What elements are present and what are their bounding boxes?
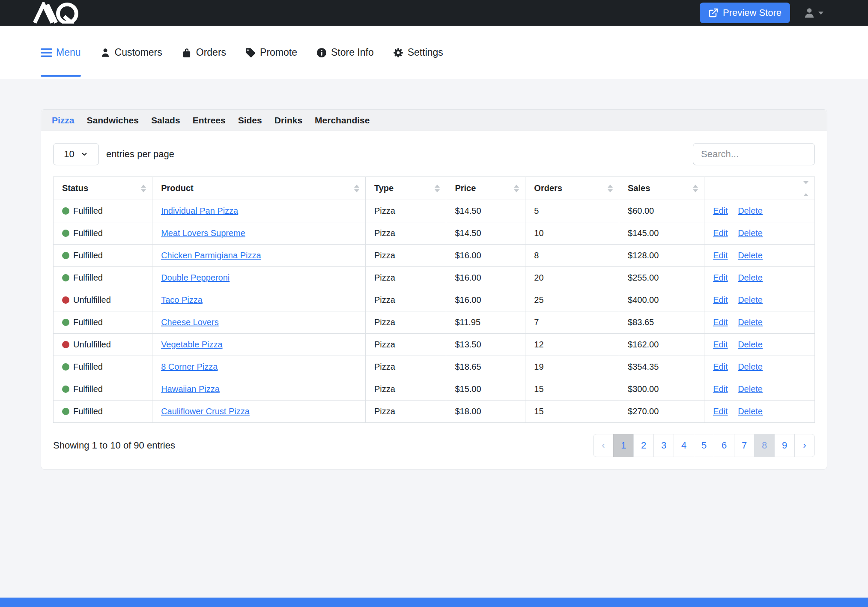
type-cell: Pizza bbox=[365, 245, 446, 267]
pagination-page-7[interactable]: 7 bbox=[734, 434, 755, 457]
table-body: Fulfilled Individual Pan Pizza Pizza $14… bbox=[54, 200, 815, 423]
column-header-price[interactable]: Price bbox=[446, 177, 525, 200]
product-link[interactable]: 8 Corner Pizza bbox=[161, 362, 218, 371]
sort-icon bbox=[354, 185, 359, 192]
edit-link[interactable]: Edit bbox=[713, 273, 728, 282]
pagination-next[interactable]: › bbox=[794, 434, 815, 457]
pagination-page-2[interactable]: 2 bbox=[633, 434, 654, 457]
tab-sides[interactable]: Sides bbox=[238, 115, 262, 126]
product-link[interactable]: Cauliflower Crust Pizza bbox=[161, 407, 250, 416]
pagination-page-1[interactable]: 1 bbox=[613, 434, 634, 457]
type-cell: Pizza bbox=[365, 267, 446, 289]
edit-link[interactable]: Edit bbox=[713, 206, 728, 215]
product-link[interactable]: Hawaiian Pizza bbox=[161, 384, 220, 394]
nav-item-customers[interactable]: Customers bbox=[100, 26, 162, 79]
bag-icon bbox=[181, 47, 192, 58]
gear-icon bbox=[393, 47, 404, 58]
price-cell: $13.50 bbox=[446, 334, 525, 356]
tab-sandwiches[interactable]: Sandwiches bbox=[87, 115, 139, 126]
delete-link[interactable]: Delete bbox=[738, 407, 763, 416]
product-link[interactable]: Double Pepperoni bbox=[161, 273, 230, 282]
pagination-page-8[interactable]: 8 bbox=[754, 434, 775, 457]
sort-icon bbox=[435, 185, 440, 192]
pagination-prev[interactable]: ‹ bbox=[593, 434, 614, 457]
preview-store-button[interactable]: Preview Store bbox=[700, 3, 790, 23]
delete-link[interactable]: Delete bbox=[738, 384, 763, 394]
actions-cell: Edit Delete bbox=[704, 245, 815, 267]
pagination-page-9[interactable]: 9 bbox=[774, 434, 795, 457]
tab-merchandise[interactable]: Merchandise bbox=[315, 115, 370, 126]
product-link[interactable]: Vegetable Pizza bbox=[161, 340, 222, 349]
product-link[interactable]: Individual Pan Pizza bbox=[161, 206, 238, 215]
status-dot-icon bbox=[62, 274, 69, 281]
nav-label-settings: Settings bbox=[408, 47, 443, 58]
column-header-actions[interactable] bbox=[704, 177, 815, 200]
search-input[interactable] bbox=[693, 143, 815, 165]
nav-item-store-info[interactable]: Store Info bbox=[316, 26, 374, 79]
nav-item-menu[interactable]: Menu bbox=[41, 26, 81, 79]
column-header-orders[interactable]: Orders bbox=[525, 177, 619, 200]
delete-link[interactable]: Delete bbox=[738, 317, 763, 327]
delete-link[interactable]: Delete bbox=[738, 273, 763, 282]
pagination-page-5[interactable]: 5 bbox=[694, 434, 714, 457]
price-cell: $15.00 bbox=[446, 378, 525, 401]
product-link[interactable]: Cheese Lovers bbox=[161, 317, 219, 327]
chevron-down-icon bbox=[81, 150, 88, 158]
delete-link[interactable]: Delete bbox=[738, 295, 763, 305]
edit-link[interactable]: Edit bbox=[713, 407, 728, 416]
actions-cell: Edit Delete bbox=[704, 334, 815, 356]
column-header-sales[interactable]: Sales bbox=[619, 177, 704, 200]
orders-cell: 15 bbox=[525, 378, 619, 401]
edit-link[interactable]: Edit bbox=[713, 317, 728, 327]
column-label: Price bbox=[455, 183, 476, 193]
nav-item-promote[interactable]: Promote bbox=[245, 26, 297, 79]
delete-link[interactable]: Delete bbox=[738, 206, 763, 215]
edit-link[interactable]: Edit bbox=[713, 228, 728, 238]
type-cell: Pizza bbox=[365, 222, 446, 245]
user-menu[interactable] bbox=[803, 6, 823, 19]
status-dot-icon bbox=[62, 230, 69, 237]
product-cell: Cheese Lovers bbox=[152, 311, 366, 334]
edit-link[interactable]: Edit bbox=[713, 251, 728, 260]
status-label: Unfulfilled bbox=[73, 340, 111, 349]
product-cell: 8 Corner Pizza bbox=[152, 356, 366, 378]
nav-item-settings[interactable]: Settings bbox=[393, 26, 443, 79]
delete-link[interactable]: Delete bbox=[738, 228, 763, 238]
delete-link[interactable]: Delete bbox=[738, 251, 763, 260]
edit-link[interactable]: Edit bbox=[713, 340, 728, 349]
pagination-page-6[interactable]: 6 bbox=[714, 434, 734, 457]
hamburger-icon bbox=[41, 48, 52, 57]
product-link[interactable]: Chicken Parmigiana Pizza bbox=[161, 251, 261, 260]
tab-salads[interactable]: Salads bbox=[151, 115, 180, 126]
product-link[interactable]: Taco Pizza bbox=[161, 295, 203, 305]
delete-link[interactable]: Delete bbox=[738, 340, 763, 349]
column-header-status[interactable]: Status bbox=[54, 177, 152, 200]
entries-per-page-select[interactable]: 10 bbox=[53, 143, 99, 165]
external-link-icon bbox=[708, 8, 719, 18]
column-label: Sales bbox=[628, 183, 650, 193]
topbar-right: Preview Store bbox=[700, 3, 823, 23]
card-body: 10 entries per page Status bbox=[41, 131, 827, 469]
column-header-product[interactable]: Product bbox=[152, 177, 366, 200]
tab-pizza[interactable]: Pizza bbox=[52, 115, 75, 126]
tab-drinks[interactable]: Drinks bbox=[274, 115, 302, 126]
product-link[interactable]: Meat Lovers Supreme bbox=[161, 228, 245, 238]
column-header-type[interactable]: Type bbox=[365, 177, 446, 200]
nav-item-orders[interactable]: Orders bbox=[181, 26, 226, 79]
status-label: Fulfilled bbox=[73, 251, 103, 260]
sales-cell: $83.65 bbox=[619, 311, 704, 334]
tab-entrees[interactable]: Entrees bbox=[193, 115, 226, 126]
sort-icon bbox=[141, 185, 146, 192]
delete-link[interactable]: Delete bbox=[738, 362, 763, 371]
sort-icon bbox=[803, 181, 808, 196]
status-dot-icon bbox=[62, 296, 69, 304]
edit-link[interactable]: Edit bbox=[713, 384, 728, 394]
pagination-page-3[interactable]: 3 bbox=[653, 434, 674, 457]
nav-label-customers: Customers bbox=[115, 47, 162, 58]
edit-link[interactable]: Edit bbox=[713, 362, 728, 371]
edit-link[interactable]: Edit bbox=[713, 295, 728, 305]
sales-cell: $300.00 bbox=[619, 378, 704, 401]
sales-cell: $60.00 bbox=[619, 200, 704, 222]
pagination-page-4[interactable]: 4 bbox=[674, 434, 694, 457]
tag-icon bbox=[245, 47, 256, 58]
